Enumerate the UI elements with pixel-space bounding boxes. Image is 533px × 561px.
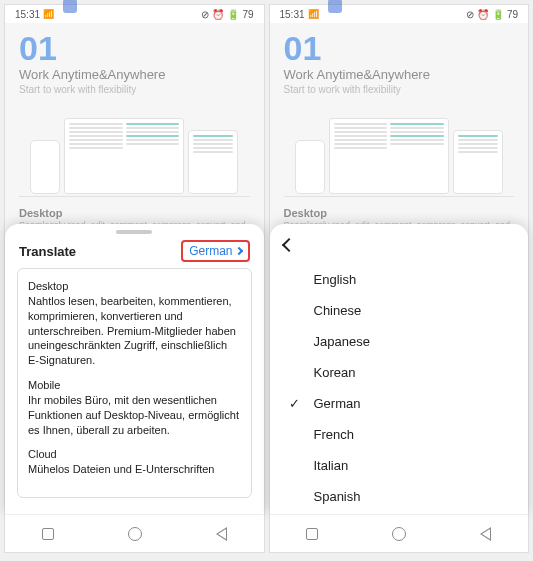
battery-icon: 🔋 (227, 9, 239, 20)
alarm-icon: ⏰ (477, 9, 489, 20)
section-desktop-h: Desktop (19, 207, 250, 219)
language-item[interactable]: Chinese (270, 295, 529, 326)
translated-h-1: Mobile (28, 378, 241, 393)
section-desktop-h: Desktop (284, 207, 515, 219)
hero-title: Work Anytime&Anywhere (19, 67, 250, 82)
translate-sheet: Translate German Desktop Nahtlos lesen, … (5, 224, 264, 514)
dnd-icon: ⊘ (201, 9, 209, 20)
language-label: German (314, 396, 511, 411)
status-bar: 15:31 📶 ⊘ ⏰ 🔋 79 (270, 5, 529, 23)
language-label: French (314, 427, 511, 442)
nav-home-icon[interactable] (392, 527, 406, 541)
nav-recent-icon[interactable] (42, 528, 54, 540)
selected-language-label: German (189, 244, 232, 258)
android-nav-bar (270, 514, 529, 552)
dnd-icon: ⊘ (466, 9, 474, 20)
nav-back-icon[interactable] (216, 527, 227, 541)
language-sheet: EnglishChineseJapaneseKorean✓GermanFrenc… (270, 224, 529, 514)
status-bar: 15:31 📶 ⊘ ⏰ 🔋 79 (5, 5, 264, 23)
signal-icon: 📶 (43, 9, 54, 19)
hero-title: Work Anytime&Anywhere (284, 67, 515, 82)
tag-icon (328, 0, 342, 13)
device-tablet (453, 130, 503, 194)
phone-right: 15:31 📶 ⊘ ⏰ 🔋 79 01 Work Anytime&Anywher… (269, 4, 530, 553)
language-selector-button[interactable]: German (181, 240, 249, 262)
translated-p-1: Ihr mobiles Büro, mit den wesentlichen F… (28, 393, 241, 438)
language-label: Italian (314, 458, 511, 473)
translated-content: Desktop Nahtlos lesen, bearbeiten, komme… (17, 268, 252, 498)
battery-icon: 🔋 (492, 9, 504, 20)
hero-subtitle: Start to work with flexibility (284, 84, 515, 95)
battery-pct: 79 (242, 9, 253, 20)
device-laptop (329, 118, 449, 194)
language-label: English (314, 272, 511, 287)
check-icon: ✓ (288, 396, 302, 411)
phone-left: 15:31 📶 ⊘ ⏰ 🔋 79 01 Work Anytime&Anywher… (4, 4, 265, 553)
nav-back-icon[interactable] (480, 527, 491, 541)
translated-p-2: Mühelos Dateien und E-Unterschriften (28, 462, 241, 477)
language-label: Spanish (314, 489, 511, 504)
device-phone (30, 140, 60, 194)
language-item[interactable]: English (270, 264, 529, 295)
back-button[interactable] (281, 238, 295, 252)
status-time: 15:31 (280, 9, 305, 20)
device-laptop (64, 118, 184, 194)
language-item[interactable]: Spanish (270, 481, 529, 512)
nav-home-icon[interactable] (128, 527, 142, 541)
language-item[interactable]: Korean (270, 357, 529, 388)
android-nav-bar (5, 514, 264, 552)
language-label: Japanese (314, 334, 511, 349)
translated-h-0: Desktop (28, 279, 241, 294)
language-item[interactable]: Italian (270, 450, 529, 481)
hero-number: 01 (19, 31, 250, 65)
tag-icon (63, 0, 77, 13)
language-list: EnglishChineseJapaneseKorean✓GermanFrenc… (270, 258, 529, 522)
battery-pct: 79 (507, 9, 518, 20)
sheet-title: Translate (19, 244, 76, 259)
device-phone (295, 140, 325, 194)
device-tablet (188, 130, 238, 194)
translated-h-2: Cloud (28, 447, 241, 462)
sheet-handle[interactable] (116, 230, 152, 234)
language-item[interactable]: French (270, 419, 529, 450)
language-item[interactable]: Japanese (270, 326, 529, 357)
translated-p-0: Nahtlos lesen, bearbeiten, kommentieren,… (28, 294, 241, 368)
alarm-icon: ⏰ (212, 9, 224, 20)
hero-illustration (284, 101, 515, 197)
hero-number: 01 (284, 31, 515, 65)
status-time: 15:31 (15, 9, 40, 20)
language-label: Chinese (314, 303, 511, 318)
nav-recent-icon[interactable] (306, 528, 318, 540)
chevron-right-icon (234, 247, 242, 255)
hero-illustration (19, 101, 250, 197)
signal-icon: 📶 (308, 9, 319, 19)
language-item[interactable]: ✓German (270, 388, 529, 419)
language-label: Korean (314, 365, 511, 380)
hero-subtitle: Start to work with flexibility (19, 84, 250, 95)
